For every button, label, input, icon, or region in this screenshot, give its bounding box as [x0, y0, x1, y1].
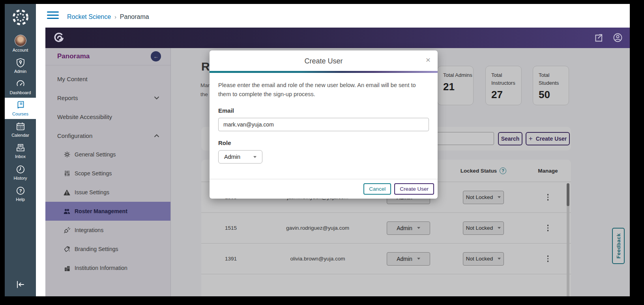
clock-icon [15, 164, 26, 175]
yuja-logo-icon [52, 32, 65, 44]
gauge-icon [15, 79, 26, 89]
sidebar-item-label: Inbox [15, 154, 26, 159]
sidebar-item-help[interactable]: ? Help [5, 183, 36, 205]
inbox-icon [15, 143, 26, 153]
external-link-icon[interactable] [594, 33, 603, 43]
breadcrumb: Rocket Science › Panorama [67, 13, 149, 20]
sidebar-item-courses[interactable]: Courses [5, 98, 36, 119]
avatar [15, 35, 26, 46]
canvas-logo-icon [12, 9, 29, 26]
sidebar-item-label: Account [13, 48, 28, 52]
modal-title: Create User [210, 50, 438, 72]
dropdown-caret-icon [253, 156, 256, 158]
create-user-submit-button[interactable]: Create User [394, 183, 434, 195]
shield-key-icon [15, 58, 26, 68]
profile-icon[interactable] [613, 33, 623, 43]
email-field[interactable] [218, 118, 429, 131]
sidebar-item-label: Help [16, 197, 25, 202]
breadcrumb-course-link[interactable]: Rocket Science [67, 13, 111, 20]
yuja-header [45, 28, 630, 48]
modal-description: Please enter the email and role of the n… [218, 81, 427, 99]
sidebar-item-label: Courses [12, 112, 28, 116]
book-icon [15, 100, 26, 110]
role-label: Role [218, 139, 429, 146]
sidebar-item-history[interactable]: History [5, 162, 36, 183]
browser-content: Account Admin [5, 4, 630, 296]
breadcrumb-separator: › [114, 14, 116, 20]
sidebar-item-admin[interactable]: Admin [5, 55, 36, 76]
role-select-value: Admin [224, 154, 240, 160]
sidebar-item-inbox[interactable]: Inbox [5, 140, 36, 162]
sidebar-item-label: Admin [14, 69, 26, 74]
canvas-content: Rocket Science › Panorama [36, 4, 630, 296]
breadcrumb-current: Panorama [120, 13, 149, 20]
create-user-modal: Create User × Please enter the email and… [210, 50, 438, 199]
collapse-sidebar-icon[interactable] [15, 280, 26, 289]
email-label: Email [218, 107, 429, 114]
question-circle-icon: ? [15, 186, 26, 196]
role-select[interactable]: Admin [218, 150, 262, 164]
yuja-panorama-frame: Panorama ← My Content Reports [45, 28, 630, 296]
svg-text:?: ? [19, 188, 22, 193]
sidebar-item-calendar[interactable]: Calendar [5, 119, 36, 140]
close-icon[interactable]: × [426, 56, 431, 64]
cancel-button[interactable]: Cancel [363, 183, 391, 195]
calendar-icon [15, 121, 26, 132]
sidebar-item-label: Calendar [11, 133, 29, 138]
sidebar-item-label: History [13, 176, 27, 180]
hamburger-menu-icon[interactable] [47, 11, 59, 19]
sidebar-item-label: Dashboard [10, 90, 31, 95]
canvas-global-nav: Account Admin [5, 4, 36, 296]
screen: Account Admin [0, 0, 644, 305]
sidebar-item-account[interactable]: Account [5, 32, 36, 55]
sidebar-item-dashboard[interactable]: Dashboard [5, 76, 36, 98]
